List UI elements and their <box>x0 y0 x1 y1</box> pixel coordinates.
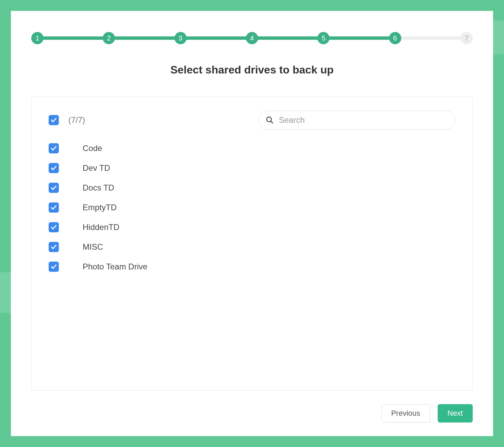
checkmark-icon <box>50 145 57 152</box>
page-title: Select shared drives to back up <box>31 64 473 76</box>
svg-line-1 <box>271 121 273 123</box>
checkmark-icon <box>50 117 57 123</box>
previous-button[interactable]: Previous <box>381 404 430 423</box>
search-input[interactable] <box>258 111 455 130</box>
drive-row: HiddenTD <box>49 222 455 232</box>
drive-row: EmptyTD <box>49 202 455 213</box>
panel-header: (7/7) <box>49 111 455 130</box>
checkmark-icon <box>50 204 57 211</box>
step-node-7[interactable]: 7 <box>460 32 473 44</box>
drive-checkbox[interactable] <box>49 163 59 173</box>
wizard-footer: Previous Next <box>31 404 473 423</box>
drive-list: CodeDev TDDocs TDEmptyTDHiddenTDMISCPhot… <box>49 143 455 272</box>
drives-panel: (7/7) CodeDev TDDocs TDEmptyTDHiddenTDMI… <box>31 97 473 391</box>
checkmark-icon <box>50 263 57 270</box>
checkmark-icon <box>50 224 57 231</box>
drive-label: HiddenTD <box>83 222 119 232</box>
select-all-checkbox[interactable] <box>49 115 59 125</box>
drive-row: Photo Team Drive <box>49 262 455 272</box>
search-field-wrap <box>258 111 455 130</box>
checkmark-icon <box>50 244 57 250</box>
drive-checkbox[interactable] <box>49 143 59 153</box>
wizard-card: 1234567 Select shared drives to back up … <box>11 11 493 436</box>
drive-checkbox[interactable] <box>49 242 59 252</box>
drive-label: Docs TD <box>83 183 114 193</box>
step-node-1[interactable]: 1 <box>31 32 44 44</box>
next-button[interactable]: Next <box>438 404 473 423</box>
drive-row: Docs TD <box>49 183 455 193</box>
select-all-group: (7/7) <box>49 115 85 125</box>
drive-label: Photo Team Drive <box>83 262 147 271</box>
checkmark-icon <box>50 184 57 191</box>
search-icon <box>266 116 274 124</box>
drive-row: Code <box>49 143 455 153</box>
drive-checkbox[interactable] <box>49 183 59 193</box>
step-node-4[interactable]: 4 <box>246 32 258 44</box>
drive-checkbox[interactable] <box>49 222 59 232</box>
step-node-2[interactable]: 2 <box>103 32 115 44</box>
step-node-5[interactable]: 5 <box>317 32 330 44</box>
step-node-3[interactable]: 3 <box>174 32 187 44</box>
selection-count-label: (7/7) <box>68 115 85 125</box>
checkmark-icon <box>50 165 57 171</box>
stepper: 1234567 <box>31 31 473 45</box>
drive-checkbox[interactable] <box>49 202 59 213</box>
drive-label: EmptyTD <box>83 203 117 212</box>
drive-label: MISC <box>83 242 103 252</box>
step-node-6[interactable]: 6 <box>389 32 401 44</box>
drive-row: MISC <box>49 242 455 252</box>
drive-label: Dev TD <box>83 163 110 173</box>
drive-label: Code <box>83 144 102 153</box>
drive-row: Dev TD <box>49 163 455 173</box>
drive-checkbox[interactable] <box>49 262 59 272</box>
